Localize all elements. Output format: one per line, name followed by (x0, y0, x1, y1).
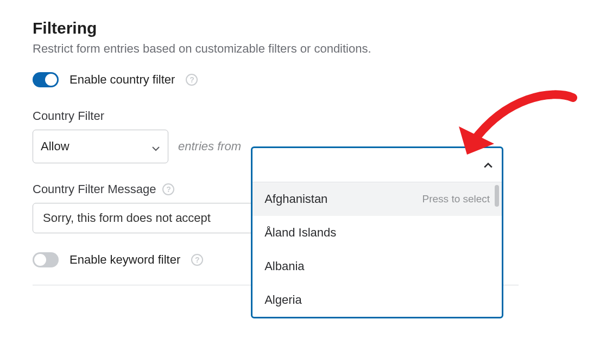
enable-country-filter-toggle[interactable] (33, 72, 59, 87)
entries-from-text: entries from (178, 139, 241, 154)
dropdown-item-label: Algeria (264, 293, 301, 307)
country-select-header[interactable] (252, 148, 502, 182)
filter-mode-value: Allow (41, 139, 70, 154)
filter-mode-select[interactable]: Allow (33, 130, 168, 163)
help-icon[interactable]: ? (162, 183, 174, 195)
toggle-knob (34, 254, 46, 266)
enable-keyword-filter-toggle[interactable] (33, 252, 59, 267)
country-select: Afghanistan Press to select Åland Island… (251, 146, 503, 318)
chevron-up-icon (483, 161, 492, 169)
scrollbar-thumb[interactable] (495, 185, 499, 207)
enable-keyword-filter-label: Enable keyword filter (70, 253, 180, 267)
message-label-text: Country Filter Message (33, 182, 156, 196)
country-filter-label-text: Country Filter (33, 109, 104, 123)
dropdown-item-label: Albania (264, 259, 304, 273)
dropdown-item-label: Afghanistan (264, 192, 327, 206)
country-filter-row: Allow entries from Afghanistan Press to … (33, 130, 573, 163)
country-filter-message-input[interactable] (33, 203, 272, 233)
enable-country-filter-label: Enable country filter (70, 73, 175, 87)
scrollbar[interactable] (495, 185, 499, 342)
dropdown-item-hint: Press to select (422, 193, 490, 205)
dropdown-item[interactable]: Åland Islands (252, 216, 502, 250)
dropdown-item[interactable]: Albania (252, 250, 502, 283)
chevron-down-icon (152, 142, 160, 151)
section-description: Restrict form entries based on customiza… (33, 42, 573, 56)
country-filter-toggle-row: Enable country filter ? (33, 72, 573, 87)
country-filter-field-label: Country Filter (33, 109, 573, 123)
country-dropdown-list: Afghanistan Press to select Åland Island… (252, 182, 502, 317)
toggle-knob (45, 74, 57, 86)
help-icon[interactable]: ? (191, 254, 203, 266)
dropdown-item-label: Åland Islands (264, 226, 336, 240)
dropdown-item[interactable]: Algeria (252, 283, 502, 317)
section-title: Filtering (33, 19, 573, 37)
dropdown-item[interactable]: Afghanistan Press to select (252, 182, 502, 216)
help-icon[interactable]: ? (186, 74, 198, 86)
